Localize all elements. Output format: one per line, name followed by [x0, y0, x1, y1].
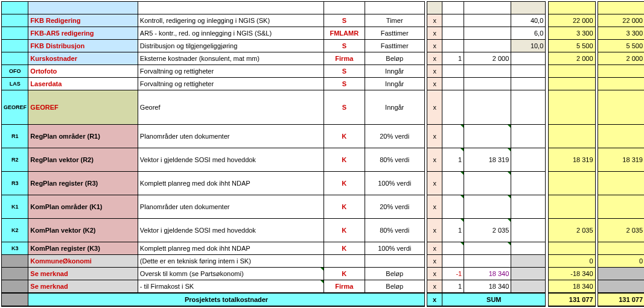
row-name: KommuneØkonomi: [28, 255, 138, 268]
row-name: Ortofoto: [28, 65, 138, 78]
row-name: Se merknad: [28, 268, 138, 280]
cost-table: FKB RedigeringKontroll, redigering og in…: [1, 1, 644, 307]
row-name: KomPlan register (K3): [28, 242, 138, 255]
row-name: GEOREF: [28, 90, 138, 125]
footer-row: Prosjektets totalkostnaderxSUM131 077131…: [2, 293, 645, 306]
row-name: FKB Distribusjon: [28, 40, 138, 52]
row-name: FKB Redigering: [28, 14, 138, 27]
row-name: RegPlan vektor (R2): [28, 148, 138, 172]
row-name: KomPlan vektor (K2): [28, 219, 138, 242]
row-name: FKB-AR5 redigering: [28, 27, 138, 40]
row-name: Laserdata: [28, 78, 138, 90]
row-name: RegPlan register (R3): [28, 172, 138, 195]
row-name: Kurskostnader: [28, 52, 138, 65]
row-name: [28, 2, 138, 14]
row-name: KomPlan områder (K1): [28, 195, 138, 219]
row-name: Se merknad: [28, 280, 138, 294]
row-name: RegPlan områder (R1): [28, 125, 138, 148]
